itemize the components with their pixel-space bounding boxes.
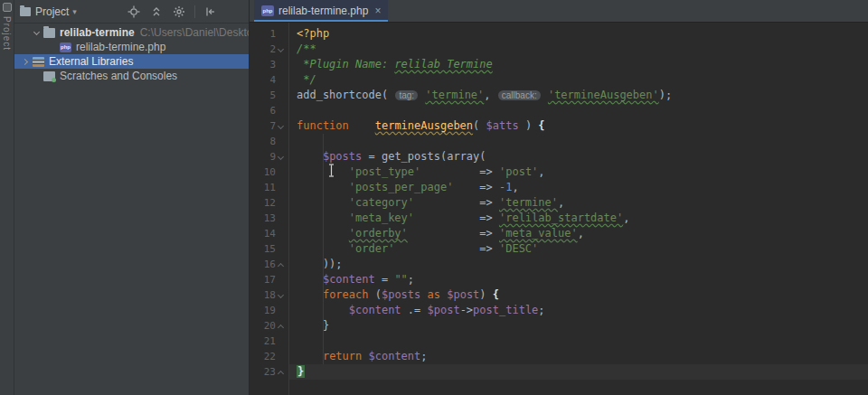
editor-area: php relilab-termine.php × 12345678910111… bbox=[250, 0, 868, 395]
gutter-line[interactable]: 4 bbox=[250, 72, 288, 88]
code-token: relilab Termine bbox=[394, 58, 492, 71]
tree-item-relilab-termine-php[interactable]: php relilab-termine.php bbox=[14, 40, 249, 54]
code-line[interactable]: )); bbox=[297, 257, 868, 272]
gutter-line[interactable]: 14 bbox=[250, 226, 288, 241]
code-token bbox=[297, 212, 349, 224]
gutter-line[interactable]: 16 bbox=[250, 257, 288, 272]
code-line[interactable]: } bbox=[297, 318, 868, 334]
gutter-line[interactable]: 5 bbox=[250, 88, 288, 103]
code-line[interactable]: 'posts_per_page' => -1, bbox=[297, 180, 868, 195]
code-token: 'termine' bbox=[425, 89, 484, 101]
gutter-line[interactable]: 2 bbox=[250, 42, 288, 57]
code-line[interactable]: 'post_type' => 'post', bbox=[297, 165, 868, 180]
code-line[interactable]: return $content; bbox=[297, 349, 868, 364]
tree-item-external-libraries[interactable]: External Libraries bbox=[14, 54, 249, 69]
gutter-line[interactable]: 1 bbox=[250, 26, 288, 42]
code-line[interactable]: $content = ""; bbox=[297, 272, 868, 287]
chevron-down-icon[interactable]: ▾ bbox=[72, 7, 77, 16]
gutter-line[interactable]: 12 bbox=[250, 195, 288, 211]
editor-code[interactable]: <?php/** *Plugin Name: relilab Termine *… bbox=[289, 23, 868, 395]
code-token: ; bbox=[408, 273, 414, 286]
project-view-selector[interactable]: Project bbox=[35, 5, 69, 18]
code-line[interactable]: 'category' => 'termine', bbox=[297, 195, 868, 211]
gutter-line[interactable]: 23 bbox=[250, 364, 288, 380]
code-line[interactable]: 'meta_key' => 'relilab_startdate', bbox=[297, 211, 868, 226]
gutter-line[interactable]: 8 bbox=[250, 134, 288, 149]
gutter-line[interactable]: 22 bbox=[250, 349, 288, 364]
tab-close-icon[interactable]: × bbox=[374, 5, 381, 17]
fold-spacer bbox=[276, 245, 287, 254]
fold-down-icon[interactable] bbox=[276, 122, 287, 131]
hide-panel-icon bbox=[204, 5, 217, 18]
tree-item-scratches[interactable]: Scratches and Consoles bbox=[14, 69, 249, 83]
code-token bbox=[297, 242, 349, 255]
code-line[interactable]: } bbox=[289, 364, 868, 380]
gutter-line[interactable]: 10 bbox=[250, 165, 288, 180]
code-line[interactable]: */ bbox=[297, 72, 868, 88]
gutter-line[interactable]: 19 bbox=[250, 303, 288, 318]
line-number: 12 bbox=[264, 197, 276, 209]
code-token: , bbox=[578, 227, 584, 240]
code-line[interactable]: /** bbox=[297, 42, 868, 57]
code-token: add_shortcode( bbox=[297, 89, 394, 101]
line-number: 21 bbox=[264, 335, 276, 347]
gutter-line[interactable]: 21 bbox=[250, 334, 288, 349]
line-number: 16 bbox=[264, 259, 276, 270]
code-line[interactable] bbox=[297, 103, 868, 118]
editor-gutter[interactable]: 1234567891011121314151617181920212223 bbox=[250, 23, 289, 395]
code-line[interactable]: add_shortcode( tag: 'termine', callback:… bbox=[297, 88, 868, 103]
code-line[interactable]: 'orderby' => 'meta_value', bbox=[297, 226, 868, 241]
gutter-line[interactable]: 9 bbox=[250, 149, 288, 165]
code-line[interactable]: foreach ($posts as $post) { bbox=[297, 287, 868, 303]
line-number: 7 bbox=[269, 120, 276, 132]
code-line[interactable]: <?php bbox=[297, 26, 868, 42]
chevron-right-icon[interactable] bbox=[22, 58, 29, 65]
project-root-name: relilab-termine bbox=[60, 26, 135, 39]
activity-bar-project-label[interactable]: Project bbox=[2, 16, 12, 51]
fold-down-icon[interactable] bbox=[276, 153, 287, 162]
chevron-down-icon[interactable] bbox=[33, 29, 40, 36]
code-token: $atts bbox=[486, 119, 519, 132]
code-line[interactable]: 'order' => 'DESC' bbox=[297, 241, 868, 257]
hide-panel-button[interactable] bbox=[203, 5, 218, 19]
code-token: 'meta_key' bbox=[349, 212, 414, 224]
line-number: 6 bbox=[269, 105, 276, 117]
line-number: 17 bbox=[264, 274, 276, 286]
editor-body: 1234567891011121314151617181920212223 <?… bbox=[250, 23, 868, 395]
code-line[interactable]: function termineAusgeben( $atts ) { bbox=[297, 118, 868, 134]
gutter-line[interactable]: 13 bbox=[250, 211, 288, 226]
activity-bar: Project bbox=[0, 0, 14, 395]
line-number: 23 bbox=[264, 366, 276, 378]
code-token: )); bbox=[297, 258, 343, 270]
gutter-line[interactable]: 3 bbox=[250, 57, 288, 72]
gutter-line[interactable]: 15 bbox=[250, 241, 288, 257]
code-token: $posts bbox=[323, 150, 362, 163]
locate-file-button[interactable] bbox=[127, 5, 141, 19]
collapse-all-button[interactable] bbox=[149, 5, 164, 19]
gutter-line[interactable]: 7 bbox=[250, 118, 288, 134]
fold-down-icon[interactable] bbox=[276, 291, 287, 300]
gutter-line[interactable]: 6 bbox=[250, 103, 288, 118]
tab-relilab-termine-php[interactable]: php relilab-termine.php × bbox=[254, 0, 388, 22]
code-token: ) bbox=[479, 288, 492, 301]
tree-item-project-root[interactable]: relilab-termine C:\Users\Daniel\Desktop\… bbox=[14, 25, 249, 40]
tool-window-icon[interactable] bbox=[3, 3, 12, 12]
fold-up-icon[interactable] bbox=[276, 260, 287, 269]
fold-down-icon[interactable] bbox=[276, 45, 287, 54]
gutter-line[interactable]: 11 bbox=[250, 180, 288, 195]
code-line[interactable] bbox=[297, 134, 868, 149]
code-line[interactable]: *Plugin Name: relilab Termine bbox=[297, 57, 868, 72]
gutter-line[interactable]: 17 bbox=[250, 272, 288, 287]
gutter-line[interactable]: 20 bbox=[250, 318, 288, 334]
fold-up-icon[interactable] bbox=[276, 368, 287, 377]
code-line[interactable] bbox=[297, 334, 868, 349]
fold-up-icon[interactable] bbox=[276, 322, 287, 331]
gutter-line[interactable]: 18 bbox=[250, 287, 288, 303]
code-line[interactable]: $content .= $post->post_title; bbox=[297, 303, 868, 318]
code-line[interactable]: $posts = get_posts(array( bbox=[297, 149, 868, 165]
project-panel-header: Project ▾ bbox=[14, 0, 249, 24]
code-token: ); bbox=[659, 89, 672, 101]
fold-spacer bbox=[276, 91, 287, 100]
settings-button[interactable] bbox=[172, 5, 186, 19]
fold-spacer bbox=[276, 353, 287, 362]
